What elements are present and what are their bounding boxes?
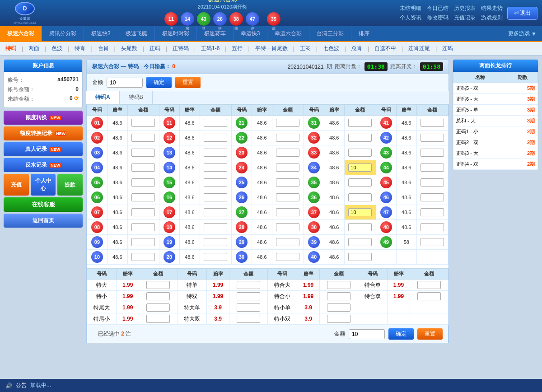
number-ball[interactable]: 07: [91, 206, 103, 218]
amount-input[interactable]: [204, 119, 227, 127]
number-ball[interactable]: 46: [380, 191, 392, 203]
nav-trend[interactable]: 结果走势: [481, 5, 503, 12]
number-ball[interactable]: 26: [236, 191, 248, 203]
number-ball[interactable]: 24: [236, 162, 248, 173]
service-btn[interactable]: 在线客服: [4, 197, 83, 212]
amount-input[interactable]: [131, 193, 155, 201]
number-ball[interactable]: 18: [164, 221, 175, 233]
number-ball[interactable]: 20: [164, 251, 175, 263]
subnav-head-tail[interactable]: 头尾数: [119, 44, 139, 53]
special-amount-input[interactable]: [327, 315, 350, 323]
number-ball[interactable]: 41: [380, 117, 392, 129]
profile-btn[interactable]: 个人中心: [31, 174, 56, 196]
amount-input[interactable]: [276, 208, 299, 216]
bet-input-top[interactable]: [107, 78, 143, 88]
amount-input[interactable]: [421, 193, 444, 201]
amount-input[interactable]: [276, 163, 299, 172]
tab-b[interactable]: 特码B: [120, 91, 153, 104]
number-ball[interactable]: 43: [380, 147, 392, 159]
number-ball[interactable]: 19: [164, 236, 175, 248]
subnav-two-sides[interactable]: 两面: [27, 44, 41, 53]
subnav-special[interactable]: 特码: [4, 44, 18, 53]
special-amount-input[interactable]: [237, 303, 260, 312]
amount-input[interactable]: [348, 178, 372, 187]
number-ball[interactable]: 28: [236, 221, 248, 233]
rebate-record-btn[interactable]: 反水记录 NEW: [4, 158, 83, 172]
number-ball[interactable]: 21: [236, 117, 248, 129]
amount-input[interactable]: [276, 193, 299, 201]
nav-more[interactable]: 更多游戏 ▼: [503, 26, 542, 41]
number-ball[interactable]: 11: [164, 117, 175, 129]
special-amount-input[interactable]: [146, 281, 170, 289]
number-ball[interactable]: 08: [91, 221, 103, 233]
amount-input[interactable]: [204, 193, 227, 201]
nav-item-saiche[interactable]: 极速赛车: [197, 26, 234, 41]
amount-input[interactable]: [204, 208, 227, 216]
number-ball[interactable]: 44: [380, 162, 392, 173]
refresh-icon[interactable]: ⟳: [74, 95, 79, 102]
withdraw-btn[interactable]: 提款: [57, 174, 83, 196]
amount-input[interactable]: [204, 163, 227, 172]
amount-input[interactable]: [421, 178, 444, 187]
subnav-five-elements[interactable]: 五行: [230, 44, 244, 53]
number-ball[interactable]: 25: [236, 177, 248, 188]
number-ball[interactable]: 15: [164, 177, 175, 188]
amount-input[interactable]: [348, 149, 372, 157]
tab-a[interactable]: 特码A: [86, 91, 120, 104]
number-ball[interactable]: 05: [91, 177, 103, 188]
nav-profile[interactable]: 个人资讯: [400, 14, 421, 22]
amount-input[interactable]: [276, 149, 299, 157]
number-ball[interactable]: 37: [308, 206, 320, 218]
amount-input[interactable]: [131, 178, 155, 187]
amount-input[interactable]: [421, 134, 444, 142]
number-ball[interactable]: 17: [164, 206, 175, 218]
confirm-btn-top[interactable]: 确定: [146, 77, 172, 88]
nav-item-shishi[interactable]: 极速时时彩: [155, 26, 197, 41]
number-ball[interactable]: 12: [164, 132, 175, 144]
amount-input[interactable]: [348, 223, 372, 231]
number-ball[interactable]: 23: [236, 147, 248, 159]
nav-item-xingyun-kuai3[interactable]: 幸运快3: [234, 26, 268, 41]
number-ball[interactable]: 39: [308, 236, 320, 248]
reset-btn-bottom[interactable]: 重置: [417, 328, 443, 340]
special-amount-input[interactable]: [417, 281, 441, 289]
subnav-lian-ma[interactable]: 连码: [440, 44, 455, 53]
number-ball[interactable]: 30: [236, 251, 248, 263]
amount-input[interactable]: [276, 238, 299, 246]
amount-input[interactable]: [204, 253, 227, 261]
number-ball[interactable]: 02: [91, 132, 103, 144]
nav-recharge-record[interactable]: 充值记录: [454, 14, 476, 22]
number-ball[interactable]: 09: [91, 236, 103, 248]
number-ball[interactable]: 34: [308, 162, 320, 173]
nav-item-kuai3[interactable]: 极速快3: [84, 26, 118, 41]
amount-input[interactable]: [421, 163, 444, 172]
number-ball[interactable]: 35: [308, 177, 320, 188]
special-amount-input[interactable]: [237, 315, 260, 323]
nav-item-tencent[interactable]: 腾讯分分彩: [42, 26, 84, 41]
amount-input[interactable]: [421, 149, 444, 157]
number-ball[interactable]: 33: [308, 147, 320, 159]
amount-input[interactable]: [276, 119, 299, 127]
nav-item-paixu[interactable]: 排序: [351, 26, 377, 41]
amount-input[interactable]: [276, 178, 299, 187]
amount-input[interactable]: [421, 119, 444, 127]
confirm-btn-bottom[interactable]: 确定: [388, 328, 414, 340]
amount-input[interactable]: [421, 208, 444, 216]
home-btn[interactable]: 返回首页: [4, 214, 83, 228]
amount-input[interactable]: [131, 149, 155, 157]
number-ball[interactable]: 10: [91, 251, 103, 263]
real-record-btn[interactable]: 真人记录 NEW: [4, 142, 83, 156]
subnav-total-xiao[interactable]: 总肖: [350, 44, 364, 53]
number-ball[interactable]: 45: [380, 177, 392, 188]
number-ball[interactable]: 06: [91, 191, 103, 203]
convert-record-btn[interactable]: 额度转换记录 NEW: [4, 126, 83, 140]
nav-item-taiwan[interactable]: 台湾三分彩: [309, 26, 351, 41]
amount-input[interactable]: [204, 223, 227, 231]
number-ball[interactable]: 29: [236, 236, 248, 248]
special-amount-input[interactable]: [146, 303, 170, 312]
amount-input[interactable]: [131, 238, 155, 246]
number-ball[interactable]: 13: [164, 147, 175, 159]
amount-input[interactable]: [276, 134, 299, 142]
amount-input[interactable]: [421, 223, 444, 231]
exit-button[interactable]: ⏎ 退出: [507, 7, 537, 20]
